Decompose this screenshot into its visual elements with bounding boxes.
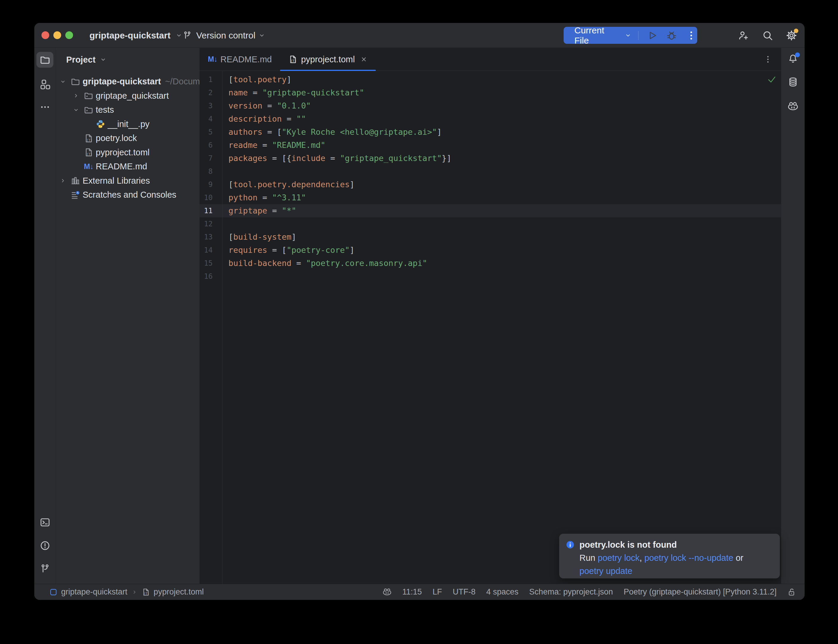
database-tool-button[interactable] xyxy=(788,77,799,87)
python-interpreter[interactable]: Poetry (griptape-quickstart) [Python 3.1… xyxy=(624,587,777,596)
tree-item-label: poetry.lock xyxy=(96,133,137,143)
code-line-6: 6readme = "README.md" xyxy=(199,139,781,152)
code-text xyxy=(222,165,228,178)
tab-close-icon[interactable] xyxy=(360,56,367,63)
code-line-7: 7packages = [{include = "griptape_quicks… xyxy=(199,152,781,165)
tree-item-readme-md[interactable]: M↓README.md xyxy=(56,159,199,174)
code-line-9: 9[tool.poetry.dependencies] xyxy=(199,178,781,191)
main-area: Project griptape-quickstart~/Documegript… xyxy=(34,48,805,584)
line-number: 8 xyxy=(199,165,222,178)
run-config-label: Current File xyxy=(574,25,621,46)
structure-tool-button[interactable] xyxy=(39,79,50,90)
tree-item-label: tests xyxy=(96,105,114,115)
tree-item-scratches-and-consoles[interactable]: Scratches and Consoles xyxy=(56,188,199,202)
code-line-5: 5authors = ["Kyle Roche <hello@griptape.… xyxy=(199,125,781,139)
problems-tool-button[interactable] xyxy=(39,540,50,551)
search-everywhere-icon[interactable] xyxy=(762,30,773,41)
line-number: 10 xyxy=(199,191,222,204)
code-text xyxy=(222,270,228,283)
code-text: python = "^3.11" xyxy=(222,191,306,204)
svg-text:[T]: [T] xyxy=(87,152,92,156)
tree-item--init-py[interactable]: __init__.py xyxy=(56,117,199,131)
panel-title: Project xyxy=(66,55,95,65)
caret-position[interactable]: 11:15 xyxy=(402,587,422,596)
notifications-button[interactable] xyxy=(788,53,799,64)
code-area[interactable]: 1[tool.poetry]2name = "griptape-quicksta… xyxy=(199,71,781,584)
code-text: build-backend = "poetry.core.masonry.api… xyxy=(222,257,427,270)
ai-assistant-status[interactable] xyxy=(383,588,391,596)
tree-item-label: __init__.py xyxy=(108,119,150,129)
terminal-tool-button[interactable] xyxy=(39,517,50,528)
chevron-right-icon[interactable] xyxy=(70,92,82,99)
code-text: requires = ["poetry-core"] xyxy=(222,243,355,257)
breadcrumb-griptape-quickstart[interactable]: griptape-quickstart xyxy=(49,587,127,596)
file-encoding[interactable]: UTF-8 xyxy=(453,587,476,596)
breadcrumb-label: griptape-quickstart xyxy=(61,587,127,596)
vcs-label: Version control xyxy=(196,30,255,41)
code-text: readme = "README.md" xyxy=(222,139,325,152)
line-number: 14 xyxy=(199,243,222,257)
project-name: griptape-quickstart xyxy=(89,30,171,41)
tab-options-icon[interactable] xyxy=(763,54,773,64)
line-separator[interactable]: LF xyxy=(433,587,442,596)
tree-item-label: griptape_quickstart xyxy=(96,91,169,101)
ai-assistant-tool-button[interactable] xyxy=(788,101,799,112)
statusbar: griptape-quickstart[T]pyproject.toml 11:… xyxy=(34,584,805,600)
toml-icon: [T] xyxy=(288,55,297,64)
toml-icon: [T] xyxy=(142,588,150,596)
editor[interactable]: M↓README.md[T]pyproject.toml 1[tool.poet… xyxy=(199,48,781,584)
chevron-right-icon[interactable] xyxy=(57,177,69,184)
tree-item-poetry-lock[interactable]: [T]poetry.lock xyxy=(56,131,199,146)
settings-gear-icon[interactable] xyxy=(786,30,797,41)
project-selector[interactable]: griptape-quickstart xyxy=(89,23,182,48)
project-square-icon xyxy=(49,588,58,596)
tab-label: README.md xyxy=(220,54,272,64)
chevron-down-icon xyxy=(100,56,107,63)
code-text: authors = ["Kyle Roche <hello@griptape.a… xyxy=(222,125,442,139)
code-text: [tool.poetry.dependencies] xyxy=(222,178,355,191)
inspections-ok-icon[interactable] xyxy=(767,74,777,84)
tree-item-external-libraries[interactable]: External Libraries xyxy=(56,174,199,188)
chevron-down-icon[interactable] xyxy=(70,107,82,113)
tree-item-griptape-quickstart[interactable]: griptape_quickstart xyxy=(56,89,199,103)
tree-item-griptape-quickstart[interactable]: griptape-quickstart~/Docume xyxy=(56,74,199,89)
project-tool-button[interactable] xyxy=(36,52,53,68)
more-actions-icon[interactable] xyxy=(685,30,697,41)
readonly-toggle[interactable] xyxy=(787,588,796,596)
more-tool-windows-button[interactable] xyxy=(39,102,50,112)
macos-close-button[interactable] xyxy=(41,31,49,39)
folder-dot-icon xyxy=(84,105,93,115)
chevron-down-icon[interactable] xyxy=(57,79,69,85)
version-control-tool-button[interactable] xyxy=(39,564,50,574)
breadcrumb-pyproject-toml[interactable]: [T]pyproject.toml xyxy=(142,587,204,596)
code-text xyxy=(222,217,228,230)
chevron-down-icon xyxy=(175,32,182,39)
debug-icon[interactable] xyxy=(665,30,677,41)
run-configuration-widget[interactable]: Current File xyxy=(564,27,697,44)
ide-window: griptape-quickstart Version control Curr… xyxy=(34,23,805,600)
vcs-widget[interactable]: Version control xyxy=(182,23,265,48)
notification-link[interactable]: poetry lock xyxy=(598,553,639,563)
line-number: 3 xyxy=(199,99,222,112)
code-with-me-icon[interactable] xyxy=(738,30,749,41)
json-schema[interactable]: Schema: pyproject.json xyxy=(529,587,613,596)
code-text: packages = [{include = "griptape_quickst… xyxy=(222,152,452,165)
tab-pyproject-toml[interactable]: [T]pyproject.toml xyxy=(280,48,376,71)
folder-tool-icon xyxy=(39,54,50,65)
run-icon[interactable] xyxy=(646,30,658,41)
line-number: 7 xyxy=(199,152,222,165)
line-number: 15 xyxy=(199,257,222,270)
tree-item-tests[interactable]: tests xyxy=(56,103,199,117)
tab-readme-md[interactable]: M↓README.md xyxy=(199,48,280,71)
notification-text: , xyxy=(640,553,644,563)
notification-link[interactable]: poetry update xyxy=(580,566,632,576)
svg-text:[T]: [T] xyxy=(87,138,92,142)
macos-minimize-button[interactable] xyxy=(53,31,61,39)
project-panel-header[interactable]: Project xyxy=(56,48,199,71)
markdown-icon: M↓ xyxy=(208,55,217,64)
notification-badge xyxy=(795,53,800,57)
macos-maximize-button[interactable] xyxy=(65,31,73,39)
tree-item-pyproject-toml[interactable]: [T]pyproject.toml xyxy=(56,146,199,160)
indent-style[interactable]: 4 spaces xyxy=(486,587,519,596)
notification-link[interactable]: poetry lock --no-update xyxy=(644,553,733,563)
